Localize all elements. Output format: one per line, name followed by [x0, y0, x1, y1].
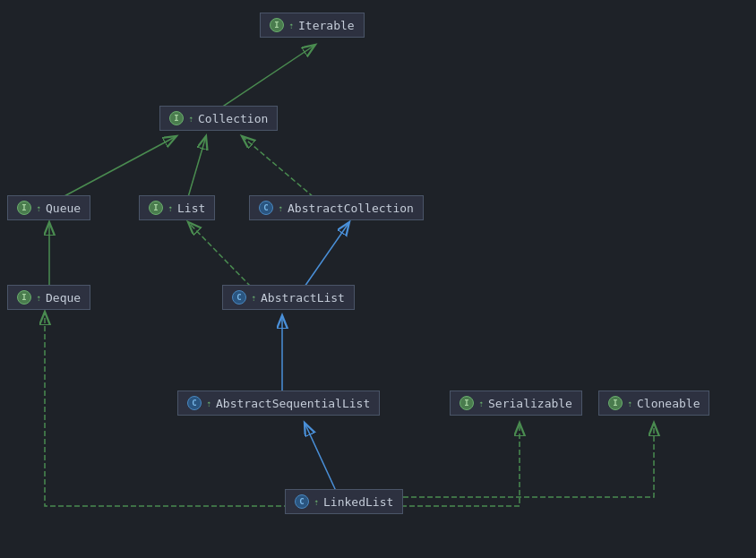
- icon-queue: I: [17, 201, 31, 215]
- node-queue[interactable]: I ⇡ Queue: [7, 195, 90, 220]
- label-list: List: [177, 202, 205, 215]
- label-abstract-list: AbstractList: [261, 291, 345, 305]
- label-collection: Collection: [198, 112, 268, 125]
- label-abstract-collection: AbstractCollection: [288, 202, 414, 215]
- node-deque[interactable]: I ⇡ Deque: [7, 285, 90, 310]
- svg-line-5: [188, 136, 206, 197]
- icon-linked-list: C: [295, 494, 309, 509]
- inherit-icon-list: ⇡: [168, 203, 173, 213]
- node-iterable[interactable]: I ⇡ Iterable: [260, 13, 365, 38]
- inherit-icon-abstract-sequential-list: ⇡: [206, 399, 211, 408]
- inherit-icon-serializable: ⇡: [478, 399, 484, 408]
- node-serializable[interactable]: I ⇡ Serializable: [450, 391, 582, 416]
- label-iterable: Iterable: [298, 19, 355, 32]
- svg-line-6: [242, 136, 314, 197]
- inherit-icon-linked-list: ⇡: [314, 497, 319, 507]
- label-cloneable: Cloneable: [637, 397, 700, 410]
- node-abstract-list[interactable]: C ⇡ AbstractList: [222, 285, 355, 310]
- arrows-layer: [0, 0, 756, 558]
- node-list[interactable]: I ⇡ List: [139, 195, 215, 220]
- label-deque: Deque: [46, 291, 81, 305]
- icon-list: I: [149, 201, 163, 215]
- inherit-icon-abstract-collection: ⇡: [278, 203, 283, 213]
- icon-iterable: I: [270, 18, 284, 32]
- icon-cloneable: I: [608, 396, 623, 410]
- diagram-container: I ⇡ Iterable I ⇡ Collection I ⇡ Queue I …: [0, 0, 756, 558]
- icon-abstract-sequential-list: C: [187, 396, 202, 410]
- inherit-icon-queue: ⇡: [36, 203, 41, 213]
- svg-line-11: [305, 423, 336, 491]
- inherit-icon-cloneable: ⇡: [627, 399, 632, 408]
- icon-deque: I: [17, 290, 31, 305]
- node-cloneable[interactable]: I ⇡ Cloneable: [598, 391, 709, 416]
- icon-collection: I: [169, 111, 184, 125]
- node-linked-list[interactable]: C ⇡ LinkedList: [285, 489, 403, 514]
- inherit-icon-abstract-list: ⇡: [251, 293, 256, 303]
- inherit-icon-deque: ⇡: [36, 293, 41, 303]
- svg-line-9: [305, 222, 349, 287]
- icon-abstract-collection: C: [259, 201, 273, 215]
- inherit-icon-iterable: ⇡: [288, 21, 294, 30]
- inherit-icon-collection: ⇡: [188, 114, 193, 124]
- svg-line-3: [221, 45, 315, 107]
- node-abstract-sequential-list[interactable]: C ⇡ AbstractSequentialList: [177, 391, 380, 416]
- svg-line-4: [63, 136, 176, 197]
- svg-line-8: [188, 222, 251, 287]
- label-abstract-sequential-list: AbstractSequentialList: [216, 397, 370, 410]
- label-serializable: Serializable: [488, 397, 572, 410]
- node-abstract-collection[interactable]: C ⇡ AbstractCollection: [249, 195, 424, 220]
- icon-abstract-list: C: [232, 290, 246, 305]
- label-queue: Queue: [46, 202, 81, 215]
- label-linked-list: LinkedList: [323, 495, 393, 509]
- icon-serializable: I: [460, 396, 474, 410]
- node-collection[interactable]: I ⇡ Collection: [159, 106, 278, 131]
